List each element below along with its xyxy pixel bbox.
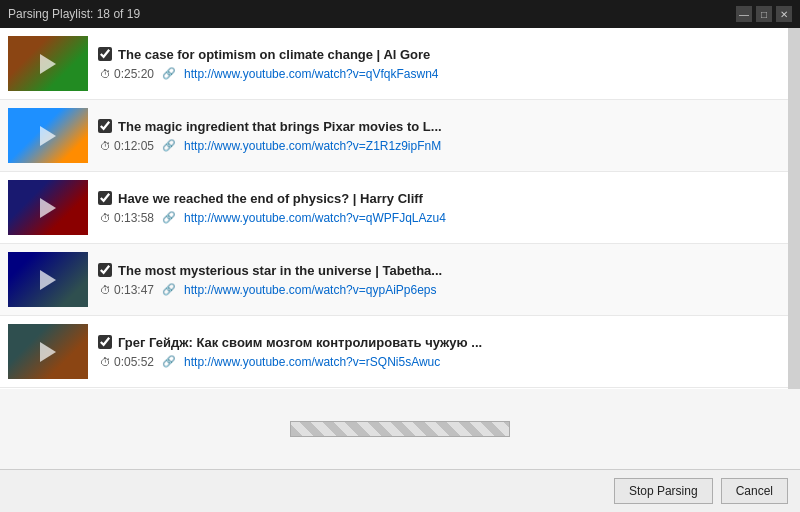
item-info: The case for optimism on climate change …	[98, 47, 780, 81]
clock-icon: ⏱	[100, 284, 111, 296]
duration-value: 0:13:47	[114, 283, 154, 297]
link-icon: 🔗	[162, 67, 176, 80]
item-info: Грег Гейдж: Как своим мозгом контролиров…	[98, 335, 780, 369]
item-url[interactable]: http://www.youtube.com/watch?v=qWPFJqLAz…	[184, 211, 446, 225]
playlist-container[interactable]: The case for optimism on climate change …	[0, 28, 800, 389]
play-icon	[40, 54, 56, 74]
list-item: The most mysterious star in the universe…	[0, 244, 788, 316]
item-thumbnail	[8, 108, 88, 163]
clock-icon: ⏱	[100, 68, 111, 80]
thumbnail-overlay	[8, 252, 88, 307]
list-item: The case for optimism on climate change …	[0, 28, 788, 100]
item-duration: ⏱ 0:05:52	[100, 355, 154, 369]
item-title: The case for optimism on climate change …	[118, 47, 430, 62]
item-thumbnail	[8, 252, 88, 307]
list-item: The magic ingredient that brings Pixar m…	[0, 100, 788, 172]
list-item: Have we reached the end of physics? | Ha…	[0, 172, 788, 244]
minimize-button[interactable]: —	[736, 6, 752, 22]
link-icon: 🔗	[162, 355, 176, 368]
item-duration: ⏱ 0:12:05	[100, 139, 154, 153]
item-meta: ⏱ 0:13:47 🔗 http://www.youtube.com/watch…	[100, 283, 780, 297]
window-title: Parsing Playlist: 18 of 19	[8, 7, 140, 21]
item-url[interactable]: http://www.youtube.com/watch?v=qypAiPp6e…	[184, 283, 436, 297]
cancel-button[interactable]: Cancel	[721, 478, 788, 504]
close-button[interactable]: ✕	[776, 6, 792, 22]
thumbnail-overlay	[8, 108, 88, 163]
list-item: Грег Гейдж: Как своим мозгом контролиров…	[0, 316, 788, 388]
item-meta: ⏱ 0:25:20 🔗 http://www.youtube.com/watch…	[100, 67, 780, 81]
duration-value: 0:12:05	[114, 139, 154, 153]
progress-bar	[290, 421, 510, 437]
link-icon: 🔗	[162, 139, 176, 152]
clock-icon: ⏱	[100, 356, 111, 368]
title-bar: Parsing Playlist: 18 of 19 — □ ✕	[0, 0, 800, 28]
item-thumbnail	[8, 180, 88, 235]
stop-parsing-button[interactable]: Stop Parsing	[614, 478, 713, 504]
item-checkbox[interactable]	[98, 119, 112, 133]
play-icon	[40, 270, 56, 290]
item-duration: ⏱ 0:13:58	[100, 211, 154, 225]
play-icon	[40, 198, 56, 218]
item-meta: ⏱ 0:12:05 🔗 http://www.youtube.com/watch…	[100, 139, 780, 153]
clock-icon: ⏱	[100, 140, 111, 152]
bottom-bar: Stop Parsing Cancel	[0, 469, 800, 512]
progress-area	[0, 389, 800, 469]
item-title-row: The magic ingredient that brings Pixar m…	[98, 119, 780, 134]
item-info: The magic ingredient that brings Pixar m…	[98, 119, 780, 153]
item-checkbox[interactable]	[98, 263, 112, 277]
duration-value: 0:25:20	[114, 67, 154, 81]
item-url[interactable]: http://www.youtube.com/watch?v=rSQNi5sAw…	[184, 355, 440, 369]
duration-value: 0:13:58	[114, 211, 154, 225]
item-duration: ⏱ 0:25:20	[100, 67, 154, 81]
play-icon	[40, 342, 56, 362]
item-checkbox[interactable]	[98, 335, 112, 349]
item-url[interactable]: http://www.youtube.com/watch?v=qVfqkFasw…	[184, 67, 438, 81]
duration-value: 0:05:52	[114, 355, 154, 369]
play-icon	[40, 126, 56, 146]
item-info: The most mysterious star in the universe…	[98, 263, 780, 297]
thumbnail-overlay	[8, 36, 88, 91]
thumbnail-overlay	[8, 180, 88, 235]
link-icon: 🔗	[162, 283, 176, 296]
item-meta: ⏱ 0:05:52 🔗 http://www.youtube.com/watch…	[100, 355, 780, 369]
item-title-row: Грег Гейдж: Как своим мозгом контролиров…	[98, 335, 780, 350]
thumbnail-overlay	[8, 324, 88, 379]
item-checkbox[interactable]	[98, 191, 112, 205]
item-title-row: The case for optimism on climate change …	[98, 47, 780, 62]
item-url[interactable]: http://www.youtube.com/watch?v=Z1R1z9ipF…	[184, 139, 441, 153]
link-icon: 🔗	[162, 211, 176, 224]
item-thumbnail	[8, 324, 88, 379]
item-title: The magic ingredient that brings Pixar m…	[118, 119, 442, 134]
item-duration: ⏱ 0:13:47	[100, 283, 154, 297]
item-thumbnail	[8, 36, 88, 91]
item-title: Грег Гейдж: Как своим мозгом контролиров…	[118, 335, 482, 350]
item-meta: ⏱ 0:13:58 🔗 http://www.youtube.com/watch…	[100, 211, 780, 225]
item-checkbox[interactable]	[98, 47, 112, 61]
window-controls: — □ ✕	[736, 6, 792, 22]
item-title-row: The most mysterious star in the universe…	[98, 263, 780, 278]
maximize-button[interactable]: □	[756, 6, 772, 22]
item-title: Have we reached the end of physics? | Ha…	[118, 191, 423, 206]
item-title: The most mysterious star in the universe…	[118, 263, 442, 278]
item-info: Have we reached the end of physics? | Ha…	[98, 191, 780, 225]
clock-icon: ⏱	[100, 212, 111, 224]
item-title-row: Have we reached the end of physics? | Ha…	[98, 191, 780, 206]
main-content: The case for optimism on climate change …	[0, 28, 800, 469]
